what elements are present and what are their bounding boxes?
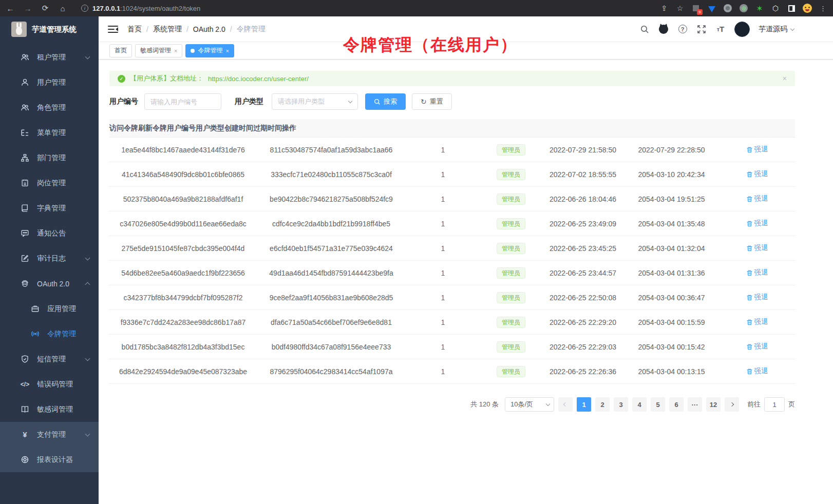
sidebar-item-audit[interactable]: 审计日志 (0, 246, 99, 271)
user-type-select[interactable]: 请选择用户类型 (272, 93, 358, 110)
expires-cell: 2054-03-04 01:32:04 (624, 244, 719, 253)
site-info-icon[interactable]: i (81, 5, 88, 12)
force-logout-button[interactable]: 强退 (746, 342, 768, 351)
sidebar-item-tenants[interactable]: 租户管理 (0, 45, 99, 70)
notice-icon (21, 229, 29, 238)
breadcrumb-system[interactable]: 系统管理 (153, 25, 182, 34)
breadcrumb-home[interactable]: 首页 (127, 25, 142, 34)
prev-page-button[interactable] (558, 397, 573, 412)
sidebar-item-sensitive[interactable]: 敏感词管理 (0, 397, 99, 422)
page-size-select[interactable]: 10条/页 (505, 397, 554, 412)
close-icon[interactable]: × (225, 48, 229, 54)
force-logout-button[interactable]: 强退 (746, 268, 768, 277)
sidebar-collapse-icon[interactable] (108, 25, 118, 33)
goto-page-input[interactable] (764, 397, 785, 412)
help-icon[interactable]: ? (677, 24, 688, 34)
page-button-6[interactable]: 6 (669, 397, 684, 412)
record-extension-icon[interactable] (739, 4, 748, 13)
force-logout-button[interactable]: 强退 (746, 145, 768, 154)
force-logout-button[interactable]: 强退 (746, 194, 768, 203)
user-id-cell: 1 (406, 343, 480, 351)
share-icon[interactable]: ⇪ (659, 4, 669, 13)
user-menu[interactable]: 芋道源码 (759, 25, 794, 34)
next-page-button[interactable] (725, 397, 739, 412)
alert-close-icon[interactable]: × (783, 74, 787, 83)
sidebar-item-dict[interactable]: 字典管理 (0, 196, 99, 221)
address-bar[interactable]: i 127.0.0.1:1024/system/oauth2/token (75, 5, 652, 12)
force-logout-button[interactable]: 强退 (746, 293, 768, 302)
sidebar-item-depts[interactable]: 部门管理 (0, 145, 99, 170)
access-token-cell: b0d1785bc3a8482f812db4a3f3bd15ec (109, 343, 257, 351)
force-logout-button[interactable]: 强退 (746, 169, 768, 179)
access-token-cell: 6d842e2924594de9a09e45e087323abe (109, 367, 257, 376)
table-row: c347026e805e4d99b0d116eae66eda8c cdfc4ce… (109, 211, 795, 236)
command-extension-icon[interactable] (723, 4, 732, 13)
expires-cell: 2054-03-10 20:42:34 (624, 170, 719, 179)
user-id-label: 用户编号 (109, 97, 138, 106)
sidebar-item-posts[interactable]: 岗位管理 (0, 170, 99, 196)
page-button-5[interactable]: 5 (651, 397, 665, 412)
extensions-puzzle-icon[interactable]: ⬡ (771, 4, 780, 13)
user-id-input[interactable] (144, 93, 221, 110)
user-type-badge: 管理员 (497, 366, 525, 377)
sidebar-item-oauth-tokens[interactable]: 令牌管理 (0, 321, 99, 346)
sidebar-item-users[interactable]: 用户管理 (0, 70, 99, 95)
sidebar-menu: 租户管理 用户管理 角色管理 菜单管理 部门管理 岗位管理 (0, 42, 99, 504)
sidebar-toggle-icon[interactable] (787, 4, 796, 13)
search-icon[interactable] (639, 24, 650, 34)
sidebar-item-oauth-apps[interactable]: 应用管理 (0, 296, 99, 321)
sidebar-item-oauth[interactable]: OAuth 2.0 (0, 271, 99, 296)
forward-icon[interactable]: → (23, 4, 33, 13)
user-type-cell: 管理员 (480, 144, 542, 156)
user-avatar[interactable] (734, 22, 750, 37)
font-size-icon[interactable]: тT (715, 24, 726, 34)
close-icon[interactable]: × (174, 48, 177, 54)
tab-token[interactable]: 令牌管理× (185, 44, 234, 57)
column-header: 刷新令牌 (138, 124, 167, 133)
breadcrumb-oauth[interactable]: OAuth 2.0 (193, 25, 225, 33)
goto-suffix: 页 (788, 400, 795, 409)
sidebar-item-roles[interactable]: 角色管理 (0, 95, 99, 120)
page-button-12[interactable]: 12 (706, 397, 721, 412)
reload-icon[interactable]: ⟳ (40, 4, 50, 13)
sidebar-item-errcode[interactable]: </> 错误码管理 (0, 372, 99, 397)
user-id-cell: 1 (406, 269, 480, 277)
page-button-2[interactable]: 2 (595, 397, 610, 412)
tab-home[interactable]: 首页 (109, 44, 132, 57)
sidebar-item-pay[interactable]: ¥ 支付管理 (0, 422, 99, 447)
token-table: 访问令牌刷新令牌用户编号用户类型创建时间过期时间操作 1ea5e44f8bc14… (109, 119, 795, 384)
tab-sensitive[interactable]: 敏感词管理× (135, 44, 182, 57)
trash-icon (746, 220, 753, 227)
bookmark-star-icon[interactable]: ☆ (675, 4, 685, 13)
search-button[interactable]: 搜索 (365, 93, 406, 110)
user-type-cell: 管理员 (480, 292, 542, 303)
github-icon[interactable] (658, 24, 669, 34)
force-logout-button[interactable]: 强退 (746, 317, 768, 326)
home-icon[interactable]: ⌂ (58, 4, 68, 13)
profile-avatar[interactable] (803, 4, 812, 13)
fullscreen-icon[interactable] (696, 24, 707, 34)
force-logout-button[interactable]: 强退 (746, 219, 768, 228)
reset-button[interactable]: ↻ 重置 (412, 93, 452, 110)
sidebar-item-notice[interactable]: 通知公告 (0, 221, 99, 246)
created-cell: 2022-06-25 23:49:09 (542, 220, 624, 228)
star-extension-icon[interactable]: ✶ (755, 4, 764, 13)
sidebar-item-sms[interactable]: 短信管理 (0, 346, 99, 372)
table-row: 6d842e2924594de9a09e45e087323abe 8796295… (109, 359, 795, 384)
alert-doc-link[interactable]: https://doc.iocoder.cn/user-center/ (208, 75, 309, 83)
page-button-3[interactable]: 3 (614, 397, 628, 412)
column-header: 创建时间 (224, 124, 253, 133)
page-ellipsis[interactable]: ··· (688, 397, 702, 412)
sidebar-item-menus[interactable]: 菜单管理 (0, 120, 99, 145)
browser-menu-icon[interactable]: ⋮ (819, 4, 828, 13)
force-logout-button[interactable]: 强退 (746, 366, 768, 376)
back-icon[interactable]: ← (5, 4, 15, 13)
sidebar-item-report[interactable]: 报表设计器 (0, 447, 99, 472)
force-logout-button[interactable]: 强退 (746, 243, 768, 253)
action-cell: 强退 (719, 169, 795, 179)
page-button-4[interactable]: 4 (632, 397, 647, 412)
user-type-label: 用户类型 (235, 97, 263, 106)
page-button-1[interactable]: 1 (577, 397, 591, 412)
extension-grid-icon[interactable]: 9 (691, 4, 701, 13)
gem-extension-icon[interactable] (707, 4, 716, 13)
